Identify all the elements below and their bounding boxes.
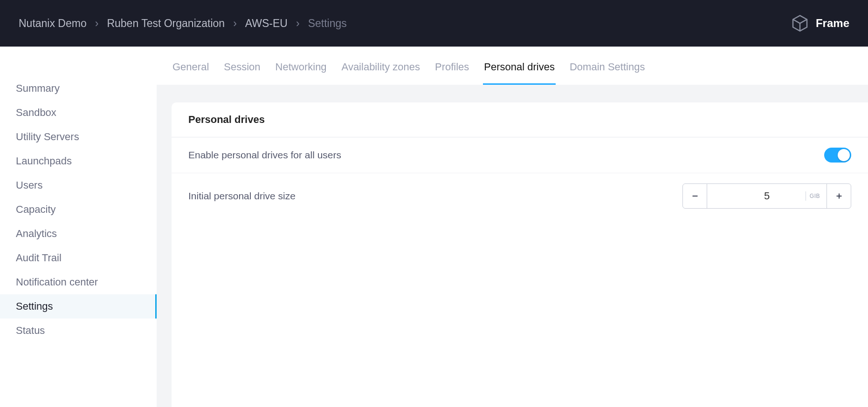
app-header: Nutanix Demo › Ruben Test Organization ›… <box>0 0 868 47</box>
sidebar-item-status[interactable]: Status <box>0 319 157 343</box>
increment-button[interactable] <box>827 184 851 208</box>
cube-icon <box>791 14 809 33</box>
sidebar-item-notification-center[interactable]: Notification center <box>0 270 157 294</box>
sidebar-item-analytics[interactable]: Analytics <box>0 222 157 246</box>
enable-personal-drives-toggle[interactable] <box>824 148 851 163</box>
sidebar-item-summary[interactable]: Summary <box>0 76 157 101</box>
brand: Frame <box>791 14 849 33</box>
sidebar-item-launchpads[interactable]: Launchpads <box>0 149 157 173</box>
drive-size-stepper: GIB <box>682 183 851 209</box>
sidebar-item-audit-trail[interactable]: Audit Trail <box>0 246 157 270</box>
sidebar-item-utility-servers[interactable]: Utility Servers <box>0 125 157 149</box>
tab-profiles[interactable]: Profiles <box>434 61 470 85</box>
sidebar-item-capacity[interactable]: Capacity <box>0 197 157 222</box>
drive-size-unit: GIB <box>806 191 820 201</box>
tab-personal-drives[interactable]: Personal drives <box>483 61 556 85</box>
sidebar-item-users[interactable]: Users <box>0 173 157 197</box>
tab-session[interactable]: Session <box>223 61 261 85</box>
brand-label: Frame <box>816 17 849 30</box>
row-initial-drive-size: Initial personal drive size GIB <box>172 173 868 219</box>
row-enable-personal-drives: Enable personal drives for all users <box>172 137 868 173</box>
page-body: Summary Sandbox Utility Servers Launchpa… <box>0 47 868 407</box>
plus-icon <box>835 192 843 200</box>
sidebar: Summary Sandbox Utility Servers Launchpa… <box>0 47 157 407</box>
tab-bar: General Session Networking Availability … <box>157 47 868 85</box>
tab-availability-zones[interactable]: Availability zones <box>341 61 421 85</box>
chevron-right-icon: › <box>95 17 99 30</box>
personal-drives-panel: Personal drives Enable personal drives f… <box>172 102 868 407</box>
tab-general[interactable]: General <box>172 61 210 85</box>
panel-header: Personal drives <box>172 102 868 137</box>
breadcrumb: Nutanix Demo › Ruben Test Organization ›… <box>19 17 347 30</box>
tab-domain-settings[interactable]: Domain Settings <box>569 61 646 85</box>
main: General Session Networking Availability … <box>157 47 868 407</box>
decrement-button[interactable] <box>683 184 707 208</box>
breadcrumb-current: Settings <box>308 17 347 30</box>
breadcrumb-item-customer[interactable]: Nutanix Demo <box>19 17 87 30</box>
content-area: Personal drives Enable personal drives f… <box>157 85 868 407</box>
sidebar-item-settings[interactable]: Settings <box>0 294 157 319</box>
initial-drive-size-label: Initial personal drive size <box>188 190 296 202</box>
drive-size-value-wrap: GIB <box>707 184 827 208</box>
sidebar-item-sandbox[interactable]: Sandbox <box>0 101 157 125</box>
chevron-right-icon: › <box>233 17 237 30</box>
panel-title: Personal drives <box>188 114 851 126</box>
minus-icon <box>691 192 699 200</box>
enable-personal-drives-label: Enable personal drives for all users <box>188 149 341 161</box>
breadcrumb-item-organization[interactable]: Ruben Test Organization <box>107 17 225 30</box>
tab-networking[interactable]: Networking <box>275 61 328 85</box>
breadcrumb-item-account[interactable]: AWS-EU <box>245 17 288 30</box>
chevron-right-icon: › <box>296 17 300 30</box>
toggle-knob <box>838 149 850 161</box>
